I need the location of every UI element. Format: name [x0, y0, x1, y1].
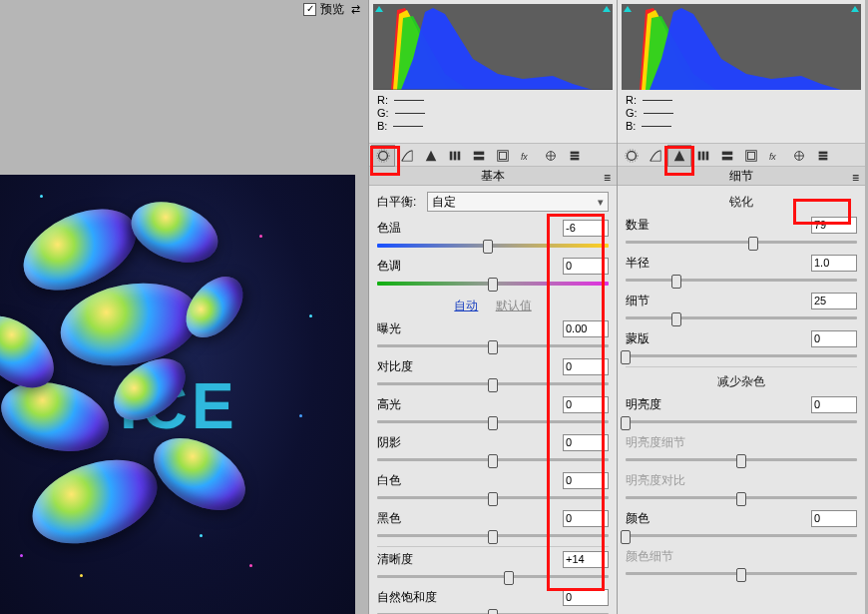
- slider-value[interactable]: 0: [811, 510, 857, 527]
- slider-thumb[interactable]: [488, 454, 498, 468]
- panel-menu-icon[interactable]: ≡: [852, 169, 859, 187]
- slider-thumb[interactable]: [671, 275, 681, 289]
- slider-thumb[interactable]: [488, 530, 498, 544]
- histogram[interactable]: [373, 4, 613, 90]
- tab-hsl-icon[interactable]: [691, 145, 715, 167]
- tab-presets-icon[interactable]: [563, 145, 587, 167]
- wb-select[interactable]: 自定▾: [427, 192, 609, 212]
- histogram-area: R: G: B:: [618, 0, 865, 143]
- slider-label: 数量: [626, 217, 685, 234]
- tab-detail-icon[interactable]: [419, 145, 443, 167]
- slider-value[interactable]: 0: [811, 330, 857, 347]
- tab-basic-icon[interactable]: [620, 145, 644, 167]
- tab-detail-icon[interactable]: [667, 145, 691, 167]
- slider-thumb[interactable]: [736, 568, 746, 582]
- chevron-down-icon: ▾: [598, 196, 608, 209]
- slider-value[interactable]: +14: [563, 551, 609, 568]
- slider-track[interactable]: [626, 568, 857, 578]
- rgb-readout: R: G: B:: [622, 94, 861, 133]
- tab-lens-icon[interactable]: [491, 145, 515, 167]
- slider-value[interactable]: 0.00: [563, 320, 609, 337]
- slider-track[interactable]: [377, 492, 609, 502]
- tab-calib-icon[interactable]: [787, 145, 811, 167]
- slider-track[interactable]: [626, 350, 857, 360]
- slider-value[interactable]: -6: [563, 220, 609, 237]
- default-link[interactable]: 默认值: [496, 299, 532, 312]
- slider-value[interactable]: 0: [563, 258, 609, 275]
- slider-track[interactable]: [626, 237, 857, 247]
- slider-value[interactable]: 0: [563, 434, 609, 451]
- slider-track[interactable]: [377, 416, 609, 426]
- slider-track[interactable]: [377, 571, 609, 581]
- tab-lens-icon[interactable]: [739, 145, 763, 167]
- svg-rect-13: [571, 158, 580, 161]
- swap-orientation-icon[interactable]: ⇄: [348, 3, 362, 16]
- svg-rect-6: [474, 157, 485, 161]
- slider-thumb[interactable]: [671, 312, 681, 326]
- slider-track[interactable]: [626, 275, 857, 285]
- slider-thumb[interactable]: [736, 454, 746, 468]
- preview-pane: ✓ 预览 ⇄ ICE: [0, 0, 368, 614]
- slider-thumb[interactable]: [736, 492, 746, 506]
- slider-value[interactable]: 0: [563, 396, 609, 413]
- panel-basic: R: G: B: fx 基本 ≡ 白平衡: 自定▾: [368, 0, 617, 614]
- tab-split-icon[interactable]: [715, 145, 739, 167]
- slider-label: 对比度: [377, 358, 437, 375]
- slider-value[interactable]: 0: [811, 396, 857, 413]
- slider-track[interactable]: [626, 530, 857, 540]
- slider-thumb[interactable]: [504, 571, 514, 585]
- slider-thumb[interactable]: [748, 237, 758, 251]
- slider-label: 颜色: [626, 510, 685, 527]
- histogram[interactable]: [622, 4, 861, 90]
- slider-track[interactable]: [377, 240, 609, 250]
- slider-track[interactable]: [377, 609, 609, 614]
- wb-label: 白平衡:: [377, 194, 427, 211]
- tab-presets-icon[interactable]: [811, 145, 835, 167]
- slider-track[interactable]: [377, 340, 609, 350]
- slider-thumb[interactable]: [488, 492, 498, 506]
- slider-track[interactable]: [626, 312, 857, 322]
- slider-value[interactable]: 1.0: [811, 255, 857, 272]
- svg-rect-2: [450, 152, 453, 161]
- svg-rect-5: [474, 152, 485, 156]
- slider-thumb[interactable]: [621, 350, 631, 364]
- slider-thumb[interactable]: [483, 240, 493, 254]
- slider-track[interactable]: [377, 378, 609, 388]
- slider-thumb[interactable]: [488, 416, 498, 430]
- svg-rect-3: [454, 152, 457, 161]
- slider-thumb[interactable]: [488, 278, 498, 292]
- tab-curve-icon[interactable]: [644, 145, 667, 167]
- slider-track[interactable]: [626, 454, 857, 464]
- slider-label: 黑色: [377, 510, 437, 527]
- preview-checkbox[interactable]: ✓: [303, 3, 316, 16]
- tab-split-icon[interactable]: [467, 145, 491, 167]
- slider-value[interactable]: 0: [563, 510, 609, 527]
- svg-rect-16: [698, 152, 701, 161]
- slider-track[interactable]: [377, 278, 609, 288]
- slider-value[interactable]: 25: [811, 293, 857, 309]
- slider-thumb[interactable]: [621, 416, 631, 430]
- slider-value[interactable]: 79: [811, 217, 857, 234]
- slider-label: 明亮度对比: [626, 472, 685, 489]
- tab-hsl-icon[interactable]: [443, 145, 467, 167]
- slider-track[interactable]: [626, 492, 857, 502]
- slider-track[interactable]: [377, 454, 609, 464]
- slider-thumb[interactable]: [488, 340, 498, 354]
- tab-basic-icon[interactable]: [371, 145, 395, 167]
- slider-value[interactable]: 0: [563, 589, 609, 606]
- slider-track[interactable]: [377, 530, 609, 540]
- slider-track[interactable]: [626, 416, 857, 426]
- tab-fx-icon[interactable]: fx: [515, 145, 539, 167]
- tab-calib-icon[interactable]: [539, 145, 563, 167]
- tab-fx-icon[interactable]: fx: [763, 145, 787, 167]
- slider-thumb[interactable]: [488, 609, 498, 614]
- slider-value[interactable]: 0: [563, 472, 609, 489]
- tab-curve-icon[interactable]: [395, 145, 419, 167]
- slider-thumb[interactable]: [621, 530, 631, 544]
- auto-link[interactable]: 自动: [454, 299, 478, 312]
- slider-thumb[interactable]: [488, 378, 498, 392]
- slider-value[interactable]: 0: [563, 358, 609, 375]
- svg-rect-11: [571, 152, 580, 155]
- panel-menu-icon[interactable]: ≡: [604, 169, 611, 187]
- svg-rect-26: [819, 155, 828, 157]
